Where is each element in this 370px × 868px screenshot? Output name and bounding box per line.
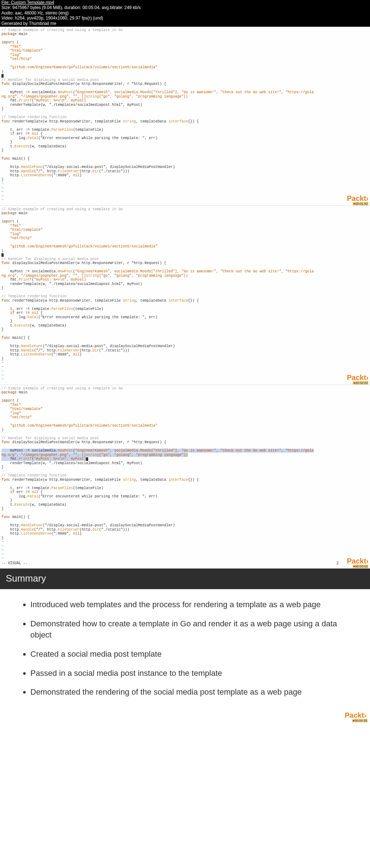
- list-item: Introduced web templates and the process…: [30, 599, 357, 610]
- cursor-icon: [86, 457, 88, 461]
- packt-logo: Packt›: [347, 557, 369, 565]
- code-block: // Simple example of creating and using …: [1, 387, 369, 566]
- packt-logo: Packt›: [345, 711, 366, 720]
- summary-title: Summary: [6, 573, 46, 584]
- timestamp-badge: ●00:04:35: [352, 719, 368, 722]
- code-block: // Simple example of creating and using …: [1, 207, 369, 382]
- audio-info: Audio: aac, 48000 Hz, stereo (eng): [1, 10, 369, 16]
- timestamp-badge: ●00:02:02: [353, 381, 369, 385]
- cursor-icon: [1, 74, 4, 78]
- list-item: Passed in a social media post instance t…: [30, 668, 357, 679]
- cursor-icon: [1, 253, 4, 257]
- generator-info: Generated by Thumbnail me: [1, 21, 369, 26]
- file-size: Size: 9475967 bytes (9.04 MiB), duration…: [1, 5, 369, 10]
- video-metadata-header: File: Custom Template.mp4 Size: 9475967 …: [0, 0, 370, 27]
- video-info: Video: h264, yuv420p, 1904x1080, 29.97 f…: [1, 16, 369, 21]
- code-frame-3: // Simple example of creating and using …: [0, 385, 370, 569]
- packt-logo: Packt›: [347, 194, 369, 203]
- code-frame-2: // Simple example of creating and using …: [0, 206, 370, 385]
- list-item: Demonstrated how to create a template in…: [30, 618, 357, 641]
- list-item: Created a social media post template: [30, 649, 357, 660]
- summary-header: Summary: [0, 569, 370, 589]
- packt-logo: Packt›: [347, 373, 369, 382]
- code-block: // Simple example of creating and using …: [1, 28, 369, 203]
- file-name: File: Custom Template.mp4: [1, 0, 54, 5]
- summary-list: Introduced web templates and the process…: [22, 599, 357, 698]
- summary-slide: Introduced web templates and the process…: [0, 589, 370, 723]
- timestamp-badge: ●00:01:52: [353, 202, 369, 206]
- code-frame-1: // Simple example of creating and using …: [0, 27, 370, 206]
- list-item: Demonstrated the rendering of the social…: [30, 687, 357, 698]
- timestamp-badge: ●00:03:02: [353, 565, 369, 568]
- visual-selection: myPost := socialmedia.NewPost("EngineerK…: [1, 449, 314, 461]
- vim-mode-status: -- VISUAL -- 2: [1, 561, 339, 565]
